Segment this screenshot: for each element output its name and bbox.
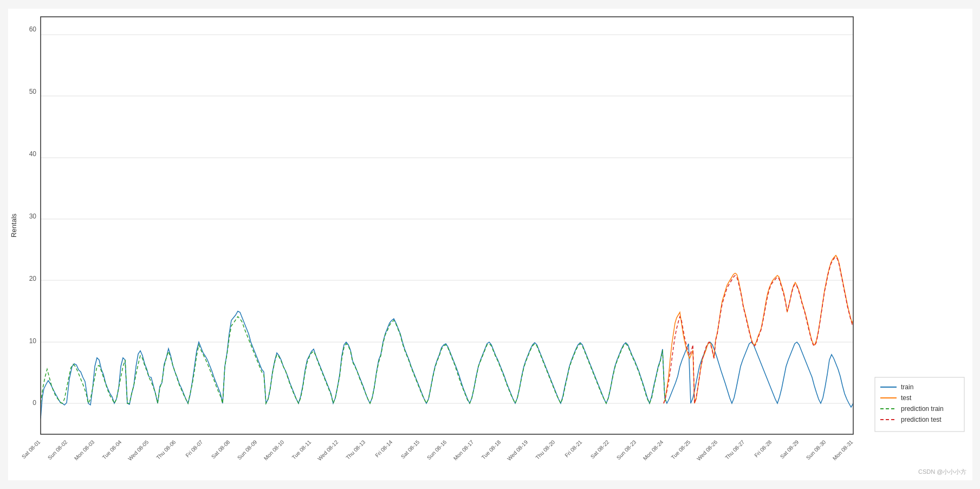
svg-text:Thu 08-13: Thu 08-13 (345, 439, 366, 460)
svg-text:10: 10 (29, 337, 36, 345)
svg-text:Sun 08-16: Sun 08-16 (425, 439, 447, 461)
legend-pred-train-label: prediction train (901, 405, 944, 413)
svg-text:Mon 08-03: Mon 08-03 (73, 439, 95, 461)
svg-text:Thu 08-06: Thu 08-06 (155, 439, 177, 460)
legend-test-label: test (901, 394, 912, 402)
svg-text:Sun 08-30: Sun 08-30 (804, 439, 827, 461)
svg-text:Mon 08-17: Mon 08-17 (452, 439, 475, 461)
svg-text:Sat 08-15: Sat 08-15 (399, 439, 420, 460)
svg-text:Wed 08-19: Wed 08-19 (506, 439, 529, 462)
svg-text:Fri 08-14: Fri 08-14 (374, 439, 393, 458)
svg-text:Wed 08-12: Wed 08-12 (316, 439, 340, 462)
svg-text:Sat 08-01: Sat 08-01 (20, 439, 41, 460)
svg-text:Fri 08-07: Fri 08-07 (184, 439, 204, 458)
svg-text:Sat 08-29: Sat 08-29 (778, 439, 800, 460)
svg-rect-1 (41, 17, 853, 434)
svg-text:Wed 08-05: Wed 08-05 (127, 439, 150, 462)
svg-text:Tue 08-25: Tue 08-25 (670, 439, 691, 460)
y-axis: 0 10 20 30 40 50 60 Rentals (10, 25, 36, 407)
svg-text:0: 0 (33, 399, 36, 407)
watermark: CSDN @小小小方 (918, 468, 966, 476)
svg-text:Sun 08-23: Sun 08-23 (615, 439, 637, 461)
svg-text:60: 60 (29, 25, 36, 33)
svg-text:30: 30 (29, 213, 36, 220)
svg-text:40: 40 (29, 150, 36, 158)
chart-container: 0 10 20 30 40 50 60 Rentals Sat 08-01 Su… (8, 9, 972, 480)
legend-train-label: train (901, 383, 913, 391)
svg-text:Mon 08-24: Mon 08-24 (641, 439, 664, 461)
legend-pred-test-label: prediction test (901, 416, 942, 423)
svg-text:Sat 08-22: Sat 08-22 (589, 439, 610, 460)
svg-text:Wed 08-26: Wed 08-26 (696, 439, 719, 462)
svg-text:50: 50 (29, 88, 36, 95)
svg-text:20: 20 (29, 275, 36, 282)
svg-text:Mon 08-10: Mon 08-10 (262, 439, 285, 461)
svg-text:Sun 08-02: Sun 08-02 (46, 439, 68, 461)
svg-text:Rentals: Rentals (10, 213, 18, 237)
svg-text:Thu 08-20: Thu 08-20 (534, 439, 556, 460)
svg-text:Tue 08-18: Tue 08-18 (480, 439, 502, 460)
svg-text:Tue 08-11: Tue 08-11 (290, 439, 312, 460)
svg-text:Tue 08-04: Tue 08-04 (101, 439, 122, 460)
svg-text:Thu 08-27: Thu 08-27 (724, 439, 745, 460)
svg-text:Mon 08-31: Mon 08-31 (831, 439, 854, 461)
svg-text:Fri 08-28: Fri 08-28 (753, 439, 773, 458)
svg-text:Fri 08-21: Fri 08-21 (563, 439, 583, 458)
svg-rect-49 (875, 377, 964, 432)
svg-text:Sat 08-08: Sat 08-08 (210, 439, 231, 460)
svg-text:Sun 08-09: Sun 08-09 (236, 439, 258, 461)
x-axis: Sat 08-01 Sun 08-02 Mon 08-03 Tue 08-04 … (20, 439, 854, 462)
